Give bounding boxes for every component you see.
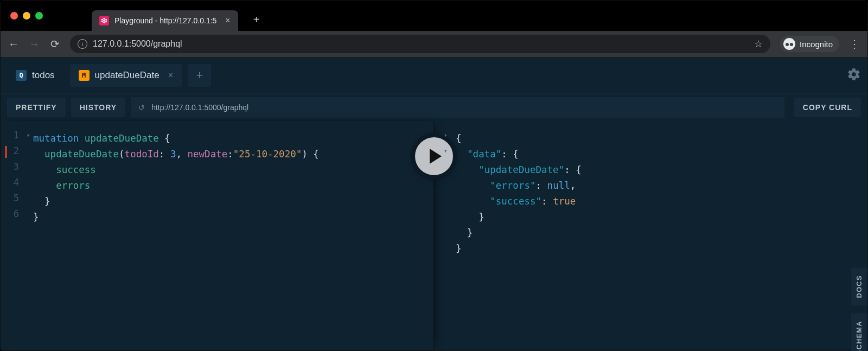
query-editor[interactable]: 123456 ▾ mutation updateDueDate { update… bbox=[1, 121, 434, 350]
minimize-window-button[interactable] bbox=[23, 12, 30, 20]
playground-tab-updateduedate[interactable]: M updateDueDate × bbox=[70, 64, 182, 87]
json-brace: { bbox=[456, 133, 462, 144]
response-json[interactable]: { "data": { "updateDueDate": { "errors":… bbox=[456, 131, 867, 257]
json-true: true bbox=[553, 196, 576, 207]
prettify-button[interactable]: PRETTIFY bbox=[7, 98, 66, 117]
code-punct: { bbox=[159, 133, 170, 144]
playground-tab-label: todos bbox=[32, 70, 55, 81]
mutation-badge-icon: M bbox=[79, 70, 90, 81]
json-brace: } bbox=[456, 243, 462, 254]
json-key: "updateDueDate" bbox=[478, 164, 564, 175]
reload-button[interactable]: ⟳ bbox=[49, 37, 60, 50]
response-fold-carets: ▾▾ bbox=[444, 127, 451, 253]
add-playground-tab-button[interactable]: + bbox=[188, 64, 211, 87]
window-controls bbox=[10, 12, 43, 20]
fold-carets: ▾ bbox=[24, 127, 32, 222]
json-key: "success" bbox=[490, 196, 541, 207]
browser-menu-icon[interactable]: ⋮ bbox=[849, 37, 860, 50]
endpoint-url: http://127.0.0.1:5000/graphql bbox=[151, 103, 248, 112]
operation-name: updateDueDate bbox=[85, 133, 159, 144]
code-punct: } bbox=[33, 212, 39, 222]
incognito-icon bbox=[783, 38, 795, 50]
arg-name: todoId bbox=[125, 149, 159, 159]
maximize-window-button[interactable] bbox=[35, 12, 43, 20]
playground-tab-todos[interactable]: Q todos bbox=[7, 64, 63, 87]
query-badge-icon: Q bbox=[16, 70, 27, 81]
arg-value: "25-10-2020" bbox=[233, 149, 302, 159]
copy-curl-button[interactable]: COPY CURL bbox=[794, 98, 861, 117]
response-pane: ▾▾ { "data": { "updateDueDate": { "error… bbox=[434, 121, 867, 350]
site-info-icon[interactable]: i bbox=[78, 39, 87, 49]
json-key: "data" bbox=[467, 149, 501, 159]
url-text: 127.0.0.1:5000/graphql bbox=[93, 39, 182, 49]
json-punct: : { bbox=[564, 164, 582, 175]
json-null: null bbox=[547, 180, 570, 191]
arg-name: newDate bbox=[188, 149, 228, 159]
new-tab-button[interactable]: + bbox=[248, 11, 265, 29]
history-button[interactable]: HISTORY bbox=[71, 98, 125, 117]
browser-tabstrip: Playground - http://127.0.0.1:5 × + bbox=[1, 1, 867, 31]
arg-value: 3 bbox=[170, 149, 176, 159]
incognito-indicator[interactable]: Incognito bbox=[780, 36, 839, 52]
code-punct: } bbox=[33, 196, 50, 207]
workspace: 123456 ▾ mutation updateDueDate { update… bbox=[1, 121, 867, 350]
code-punct: ) { bbox=[302, 149, 319, 159]
close-window-button[interactable] bbox=[10, 12, 18, 20]
selection-field: errors bbox=[33, 180, 90, 191]
line-gutter: 123456 bbox=[1, 127, 23, 222]
address-bar[interactable]: i 127.0.0.1:5000/graphql ☆ bbox=[70, 35, 770, 53]
field-call: updateDueDate bbox=[44, 149, 119, 159]
json-brace: } bbox=[456, 212, 484, 222]
settings-gear-icon[interactable] bbox=[847, 67, 861, 84]
playground-tab-label: updateDueDate bbox=[95, 70, 159, 81]
json-brace: } bbox=[456, 227, 473, 238]
graphql-favicon-icon bbox=[99, 16, 109, 25]
keyword-mutation: mutation bbox=[33, 133, 79, 144]
browser-window: Playground - http://127.0.0.1:5 × + ← → … bbox=[0, 0, 868, 351]
browser-tab-title: Playground - http://127.0.0.1:5 bbox=[114, 16, 216, 25]
playground-controls: PRETTIFY HISTORY ↺ http://127.0.0.1:5000… bbox=[1, 94, 867, 121]
graphql-playground: Q todos M updateDueDate × + PRETTIFY HIS… bbox=[1, 57, 867, 350]
json-punct: : { bbox=[501, 149, 519, 159]
back-button[interactable]: ← bbox=[8, 38, 19, 50]
browser-tab[interactable]: Playground - http://127.0.0.1:5 × bbox=[92, 10, 238, 31]
code-indent bbox=[33, 149, 44, 159]
forward-button[interactable]: → bbox=[29, 38, 40, 50]
endpoint-input[interactable]: ↺ http://127.0.0.1:5000/graphql bbox=[131, 97, 784, 118]
docs-panel-button[interactable]: DOCS bbox=[851, 267, 867, 305]
reload-endpoint-icon[interactable]: ↺ bbox=[138, 103, 145, 112]
side-panels: DOCS SCHEMA bbox=[851, 267, 867, 351]
bookmark-star-icon[interactable]: ☆ bbox=[754, 38, 763, 50]
json-key: "errors" bbox=[490, 180, 535, 191]
browser-toolbar: ← → ⟳ i 127.0.0.1:5000/graphql ☆ Incogni… bbox=[1, 31, 867, 57]
incognito-label: Incognito bbox=[800, 40, 833, 49]
schema-panel-button[interactable]: SCHEMA bbox=[851, 313, 867, 351]
close-tab-icon[interactable]: × bbox=[225, 16, 230, 25]
close-tab-icon[interactable]: × bbox=[168, 71, 173, 80]
playground-tabs: Q todos M updateDueDate × + bbox=[1, 57, 867, 94]
selection-field: success bbox=[33, 164, 96, 175]
query-code[interactable]: mutation updateDueDate { updateDueDate(t… bbox=[33, 131, 433, 225]
